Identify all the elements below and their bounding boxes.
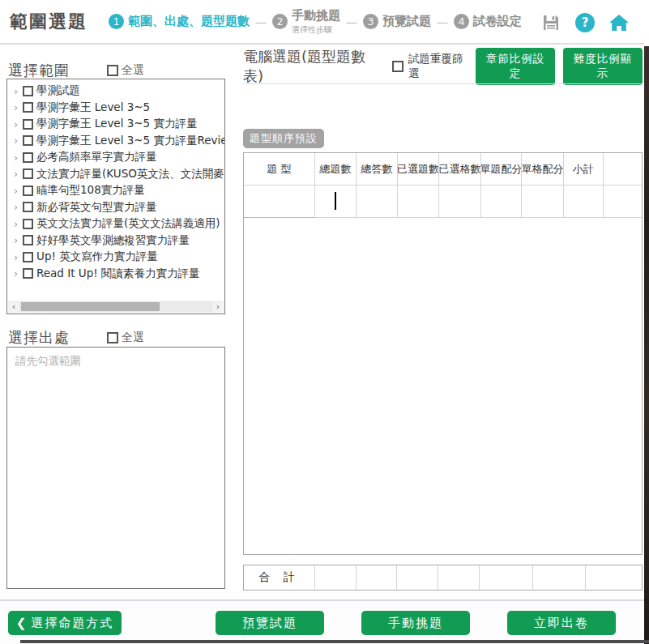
table-body-cell[interactable] — [522, 186, 564, 218]
table-body-cell[interactable] — [604, 186, 642, 218]
question-order-tag[interactable]: 題型順序預設 — [243, 129, 324, 148]
expand-chevron-icon[interactable]: › — [11, 85, 21, 97]
range-title: 選擇範圍 — [8, 61, 70, 80]
table-body-cell[interactable] — [564, 186, 604, 218]
table-body-cell[interactable] — [439, 186, 481, 218]
expand-chevron-icon[interactable]: › — [11, 185, 21, 197]
tree-item-checkbox[interactable] — [23, 219, 33, 229]
step-2-manual-pick[interactable]: 2 手動挑題 選擇性步驟 — [272, 8, 340, 36]
tree-item[interactable]: ›Up! 英文寫作力實力評量 — [11, 249, 223, 266]
totals-cell — [315, 565, 357, 590]
tree-item[interactable]: ›英文文法實力評量(英文文法講義適用) — [11, 215, 223, 232]
page-bottom-strip — [20, 640, 649, 643]
step-4-paper-settings[interactable]: 4 試卷設定 — [454, 14, 522, 29]
duplicate-filter-checkbox[interactable] — [392, 61, 403, 72]
totals-label: 合 計 — [244, 565, 315, 590]
difficulty-ratio-button[interactable]: 難度比例顯示 — [563, 48, 643, 85]
source-select-all-checkbox[interactable] — [107, 332, 118, 343]
generate-paper-button[interactable]: 立即出卷 — [507, 611, 616, 635]
table-header-cell: 單格配分 — [522, 153, 564, 186]
computer-pick-title: 電腦選題(題型題數表) — [243, 47, 374, 86]
tree-item-checkbox[interactable] — [23, 168, 33, 179]
duplicate-filter[interactable]: 試題重覆篩選 — [392, 52, 468, 81]
tree-item[interactable]: ›瞄準句型108實力評量 — [11, 182, 223, 199]
expand-chevron-icon[interactable]: › — [11, 267, 21, 279]
tree-item-checkbox[interactable] — [23, 252, 33, 262]
tree-item-checkbox[interactable] — [23, 152, 33, 163]
tree-item-label: 新必背英文句型實力評量 — [36, 200, 157, 215]
step-dash: — — [437, 15, 448, 28]
step-1-range[interactable]: 1 範圍、出處、題型題數 — [109, 14, 250, 29]
tree-item[interactable]: ›學測字彙王 Level 3~5 實力評量Review — [11, 133, 223, 150]
table-header-cell — [604, 153, 642, 186]
expand-chevron-icon[interactable]: › — [11, 168, 21, 180]
expand-chevron-icon[interactable]: › — [11, 201, 21, 213]
table-body-cell[interactable] — [244, 186, 315, 218]
totals-cell — [438, 565, 480, 590]
table-body-cell[interactable] — [398, 186, 439, 218]
range-tree-hscrollbar[interactable]: ‹ › — [8, 301, 224, 313]
step-3-preview[interactable]: 3 預覽試題 — [363, 14, 431, 29]
manual-pick-button[interactable]: 手動挑題 — [361, 611, 470, 635]
tree-item-label: 學測字彙王 Level 3~5 實力評量Review — [36, 134, 225, 148]
tree-item-checkbox[interactable] — [23, 268, 33, 279]
table-body-cell[interactable] — [315, 186, 357, 218]
expand-chevron-icon[interactable]: › — [11, 101, 21, 113]
chapter-ratio-button[interactable]: 章節比例設定 — [476, 48, 555, 85]
source-list-panel[interactable]: 請先勾選範圍 — [6, 347, 225, 589]
help-icon[interactable]: ? — [574, 12, 596, 33]
source-placeholder: 請先勾選範圍 — [7, 348, 224, 375]
expand-chevron-icon[interactable]: › — [11, 251, 21, 263]
tree-item[interactable]: ›學測字彙王 Level 3~5 — [11, 100, 223, 117]
preview-questions-button[interactable]: 預覽試題 — [216, 611, 324, 635]
tree-item-checkbox[interactable] — [23, 186, 33, 196]
scroll-left-icon[interactable]: ‹ — [8, 301, 19, 313]
choose-method-back-button[interactable]: ❮選擇命題方式 — [8, 611, 122, 635]
range-select-all-checkbox[interactable] — [107, 65, 118, 76]
tree-item-checkbox[interactable] — [23, 119, 33, 130]
totals-cell — [397, 565, 438, 590]
tree-item-checkbox[interactable] — [23, 135, 33, 146]
table-header-cell: 單題配分 — [481, 153, 522, 186]
range-tree-panel[interactable]: ›學測試題›學測字彙王 Level 3~5›學測字彙王 Level 3~5 實力… — [6, 79, 225, 314]
tree-item[interactable]: ›文法實力評量(KUSO英文法、文法開麥拉 — [11, 166, 223, 183]
expand-chevron-icon[interactable]: › — [11, 218, 21, 230]
text-caret — [335, 192, 336, 210]
tree-item-checkbox[interactable] — [23, 235, 33, 245]
page-title: 範圍選題 — [10, 10, 88, 34]
expand-chevron-icon[interactable]: › — [11, 118, 21, 130]
expand-chevron-icon[interactable]: › — [11, 151, 21, 164]
source-select-all[interactable]: 全選 — [107, 331, 144, 345]
range-section-header: 選擇範圍 全選 — [8, 61, 225, 80]
scroll-right-icon[interactable]: › — [212, 301, 224, 313]
range-select-all[interactable]: 全選 — [107, 63, 144, 78]
tree-item-label: 文法實力評量(KUSO英文法、文法開麥拉 — [36, 167, 225, 181]
table-body-cell[interactable] — [481, 186, 522, 218]
tree-item[interactable]: ›必考高頻率單字實力評量 — [11, 149, 223, 166]
tree-item[interactable]: ›學測字彙王 Level 3~5 實力評量 — [11, 116, 223, 133]
expand-chevron-icon[interactable]: › — [11, 134, 21, 147]
tree-item-label: 必考高頻率單字實力評量 — [36, 150, 157, 164]
tree-item[interactable]: ›Read It Up! 閱讀素養力實力評量 — [11, 266, 223, 283]
table-header-cell: 總題數 — [315, 153, 357, 186]
save-icon[interactable] — [540, 12, 561, 33]
step-4-badge: 4 — [454, 14, 469, 29]
hscroll-track[interactable] — [19, 301, 212, 312]
tree-item-checkbox[interactable] — [23, 202, 33, 212]
hscroll-thumb[interactable] — [21, 302, 160, 311]
tree-item[interactable]: ›好好學英文學測總複習實力評量 — [11, 232, 223, 249]
tree-item-label: 學測字彙王 Level 3~5 — [36, 100, 150, 115]
tree-item[interactable]: ›新必背英文句型實力評量 — [11, 199, 223, 216]
tree-item-checkbox[interactable] — [23, 86, 33, 96]
table-body-cell[interactable] — [357, 186, 398, 218]
page-edge-strip — [644, 46, 649, 644]
tree-item-checkbox[interactable] — [23, 102, 33, 113]
source-title: 選擇出處 — [8, 328, 70, 348]
back-chevron-icon: ❮ — [16, 616, 28, 630]
home-icon[interactable] — [608, 12, 630, 33]
expand-chevron-icon[interactable]: › — [11, 234, 21, 246]
step-1-badge: 1 — [109, 14, 124, 29]
step-3-badge: 3 — [363, 14, 378, 29]
footer-bar: ❮選擇命題方式 預覽試題 手動挑題 立即出卷 — [0, 601, 644, 644]
tree-item[interactable]: ›學測試題 — [11, 83, 223, 100]
